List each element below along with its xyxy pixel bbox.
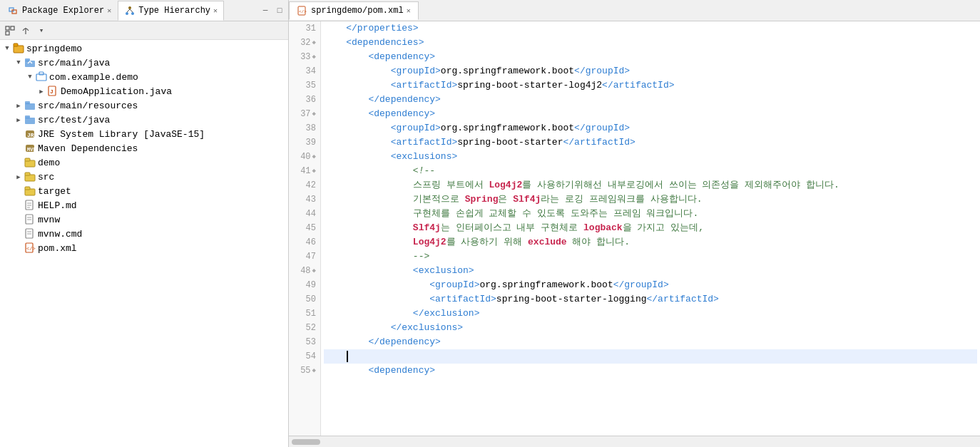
package-explorer-tree: ▼ springdemo ▼ src/main/java ▼ com.examp… [0,40,288,447]
scrollbar-thumb[interactable] [292,439,320,445]
tree-item-jre-system-library[interactable]: ▶ JRE JRE System Library [JavaSE-15] [0,127,288,141]
tab-type-hierarchy-close[interactable]: ✕ [213,6,218,15]
toggle-src-test-java[interactable]: ▶ [13,116,24,124]
svg-rect-9 [6,31,9,35]
line-num-36: 36 [293,93,316,107]
tree-label-demo-folder: demo [38,158,60,168]
line-num-45: 45 [293,221,316,235]
svg-rect-7 [6,26,9,30]
toggle-com-example-demo[interactable]: ▼ [24,73,36,81]
view-menu-button[interactable]: ▾ [34,24,49,38]
tree-label-jre: JRE System Library [JavaSE-15] [38,129,205,140]
tree-label-help-md: HELP.md [38,200,77,211]
line-numbers: 31 32◆ 33◆ 34 35 36 37◆ 38 39 40◆ 41◆ 42… [289,21,321,436]
tree-item-mvnw-cmd[interactable]: ▶ mvnw.cmd [0,227,288,241]
code-line-49: <groupId>org.springframework.boot</group… [324,278,977,292]
toggle-src-main-java[interactable]: ▼ [13,59,24,66]
tree-label-mvnw: mvnw [38,215,60,225]
code-area[interactable]: </properties> <dependencies> <dependency… [321,21,980,436]
editor-tab-pom-xml[interactable]: </> springdemo/pom.xml ✕ [289,1,419,20]
code-line-44: 구현체를 손쉽게 교체할 수 있도록 도와주는 프레임 워크입니다. [324,207,977,221]
tree-item-src-test-java[interactable]: ▶ src/test/java [0,113,288,127]
line-num-43: 43 [293,192,316,207]
svg-rect-15 [25,58,30,61]
tree-item-pom-xml[interactable]: ▶ </> pom.xml [0,241,288,255]
maximize-button[interactable]: □ [272,4,287,18]
svg-text:J: J [50,88,53,95]
tree-item-demo-folder[interactable]: ▶ demo [0,155,288,170]
code-line-34: <groupId>org.springframework.boot</group… [324,64,977,78]
tree-item-maven-dependencies[interactable]: ▶ MVN Maven Dependencies [0,141,288,155]
code-line-45: Slf4j는 인터페이스고 내부 구현체로 logback을 가지고 있는데, [324,221,977,235]
svg-line-4 [130,9,133,12]
tree-item-com-example-demo[interactable]: ▼ com.example.demo [0,70,288,84]
tree-label-pom-xml: pom.xml [38,243,77,254]
svg-point-6 [131,12,134,15]
toggle-mvnw-cmd[interactable]: ▶ [13,230,24,238]
left-tab-bar: Package Explorer ✕ Type Hierarchy ✕ ─ □ [0,0,288,21]
tree-item-demo-application[interactable]: ▶ J DemoApplication.java [0,84,288,98]
line-num-46: 46 [293,235,316,250]
minimize-button[interactable]: ─ [258,4,272,18]
src-resources-icon [24,100,36,111]
code-line-55: <dependency> [324,364,977,378]
tab-package-explorer-close[interactable]: ✕ [107,6,111,15]
tab-package-explorer-label: Package Explorer [22,6,104,16]
svg-rect-22 [25,118,35,124]
tree-item-src-main-java[interactable]: ▼ src/main/java [0,56,288,70]
tab-type-hierarchy[interactable]: Type Hierarchy ✕ [118,1,224,21]
line-num-33: 33◆ [293,50,316,64]
pom-xml-icon: </> [24,242,36,254]
toggle-maven[interactable]: ▶ [13,145,24,153]
svg-rect-33 [25,187,30,190]
editor-tab-close[interactable]: ✕ [407,6,411,15]
horizontal-scrollbar[interactable] [289,436,980,447]
svg-text:</>: </> [26,246,36,252]
xml-file-icon: </> [297,5,308,16]
toggle-pom-xml[interactable]: ▶ [13,245,24,252]
line-num-51: 51 [293,307,316,321]
tree-item-target[interactable]: ▶ target [0,184,288,198]
link-with-editor-button[interactable] [19,24,33,38]
line-num-41: 41◆ [293,164,316,178]
tab-package-explorer[interactable]: Package Explorer ✕ [1,1,118,21]
toggle-target[interactable]: ▶ [13,187,24,195]
toggle-mvnw[interactable]: ▶ [13,216,24,224]
toggle-springdemo[interactable]: ▼ [1,45,13,52]
code-line-31: </properties> [324,21,977,36]
jre-icon: JRE [24,128,36,140]
toggle-src-main-resources[interactable]: ▶ [13,102,24,110]
svg-rect-38 [26,215,33,224]
svg-rect-34 [26,200,33,210]
svg-rect-20 [25,103,35,110]
toggle-demo-application[interactable]: ▶ [36,88,47,96]
toggle-jre[interactable]: ▶ [13,130,24,138]
src-folder2-icon [24,171,36,183]
code-line-43: 기본적으로 Spring은 Slf4j라는 로깅 프레임워크를 사용합니다. [324,192,977,207]
tree-item-src-folder[interactable]: ▶ src [0,170,288,184]
svg-text:</>: </> [299,9,307,14]
code-line-40: <exclusions> [324,150,977,164]
tree-item-src-main-resources[interactable]: ▶ src/main/resources [0,98,288,113]
toggle-src-folder[interactable]: ▶ [13,173,24,181]
collapse-all-button[interactable] [3,24,17,38]
tree-item-springdemo[interactable]: ▼ springdemo [0,41,288,56]
svg-point-5 [126,12,128,15]
tree-label-demo-application: DemoApplication.java [61,86,172,97]
toggle-help-md[interactable]: ▶ [13,202,24,210]
tree-item-mvnw[interactable]: ▶ mvnw [0,212,288,227]
target-icon [24,185,36,197]
line-num-55: 55◆ [293,364,316,378]
svg-rect-17 [39,72,44,75]
left-toolbar: ▾ [0,21,288,40]
toggle-demo-folder[interactable]: ▶ [13,159,24,167]
code-line-46: Log4j2를 사용하기 위해 exclude 해야 합니다. [324,235,977,250]
code-line-42: 스프링 부트에서 Log4j2를 사용하기위해선 내부로깅에서 쓰이는 의존성을… [324,178,977,192]
editor-content[interactable]: 31 32◆ 33◆ 34 35 36 37◆ 38 39 40◆ 41◆ 42… [289,21,980,436]
maven-icon: MVN [24,143,36,154]
tree-item-help-md[interactable]: ▶ HELP.md [0,198,288,212]
tree-label-src-main-resources: src/main/resources [38,101,138,111]
svg-rect-23 [25,115,30,118]
svg-rect-21 [25,101,30,104]
line-num-54: 54 [293,349,316,364]
